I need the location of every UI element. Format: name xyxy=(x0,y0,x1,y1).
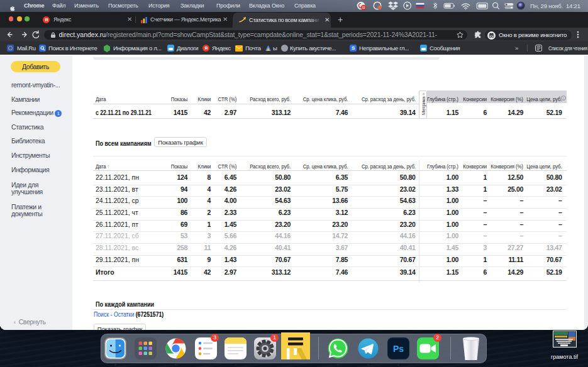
svg-text:Ps: Ps xyxy=(392,344,403,354)
svg-text:11: 11 xyxy=(362,6,365,9)
svg-text:Я: Я xyxy=(45,17,48,23)
svg-text:Я: Я xyxy=(204,46,208,50)
